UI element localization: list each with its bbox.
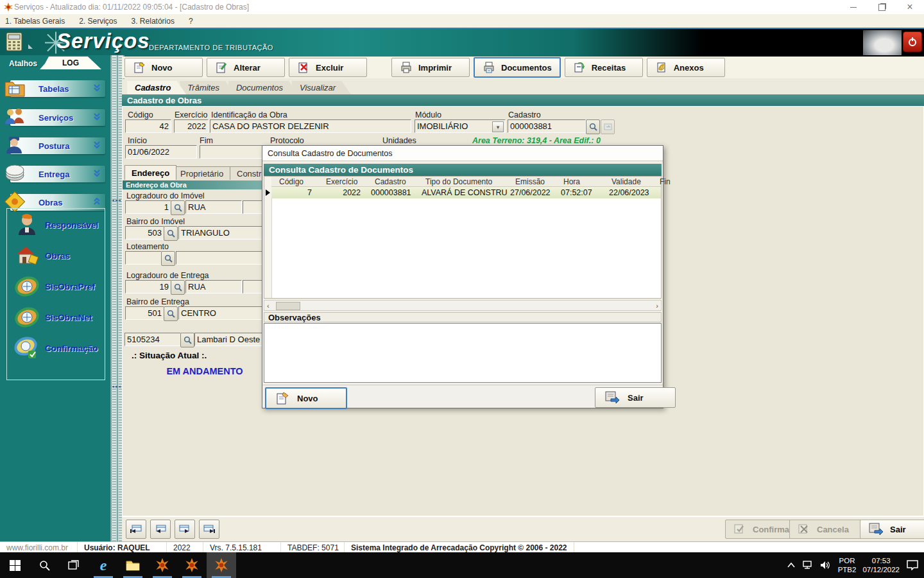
sidebar-item-confirmacao[interactable]: Confirmação [0,334,110,362]
novo-button[interactable]: Novo [124,58,203,77]
cidade-field[interactable]: Lambari D Oeste [194,333,264,346]
last-record-button[interactable] [199,520,219,539]
sidebar-item-sisobrapref[interactable]: SisObraPref [0,272,110,301]
scroll-left-icon[interactable]: ‹ [264,302,270,310]
sair-button[interactable]: Sair [860,520,924,539]
splitter-arrows-icon[interactable]: ◄► [111,385,116,389]
grid-cell-validade[interactable]: 22/06/2023 [604,187,652,198]
taskbar-ie-button[interactable]: e [89,552,118,578]
chevron-double-down-icon[interactable] [92,112,101,121]
logradouro-imovel-search-button[interactable] [171,200,185,215]
bairro-entrega-cod-field[interactable]: 501 [125,306,164,320]
task-view-button[interactable] [59,552,89,578]
taskbar-app1-button[interactable] [148,552,177,578]
language-indicator[interactable]: POR PTB2 [838,556,857,574]
tab-cadastro[interactable]: Cadastro [127,81,186,94]
sidebar-section-servicos[interactable]: Serviços [10,109,105,126]
bairro-entrega-field[interactable]: CENTRO [178,306,264,320]
bairro-entrega-search-button[interactable] [164,306,178,321]
confirma-button[interactable]: Confirma [725,520,800,539]
alterar-button[interactable]: Alterar [207,58,285,77]
taskbar-app2-button[interactable] [177,552,207,578]
clock[interactable]: 07:53 07/12/2022 [862,556,900,574]
grid-cell-emissao[interactable]: 27/06/2022 [508,187,556,198]
tab-tramites[interactable]: Trâmites [180,81,235,94]
cancela-button[interactable]: Cancela [789,520,868,539]
dialog-titlebar[interactable]: Consulta Cadastro de Documentos [262,146,663,161]
sidebar-section-tabelas[interactable]: Tabelas [10,80,105,97]
taskbar-app3-button-active[interactable] [207,552,236,578]
chevron-double-up-icon[interactable] [92,197,101,206]
collapse-arrow-icon[interactable] [28,44,33,49]
identificacao-field[interactable]: CASA DO PASTOR DELZENIR [210,119,411,133]
inicio-field[interactable]: 01/06/2022 [125,145,197,159]
cidade-search-button[interactable] [180,333,194,347]
scroll-right-icon[interactable]: › [656,302,661,310]
bairro-imovel-cod-field[interactable]: 503 [125,226,164,240]
taskbar-search-button[interactable] [30,552,59,578]
grid-cell-cadastro[interactable]: 000003881 [367,187,418,198]
chevron-double-down-icon[interactable] [92,169,101,178]
exercicio-field[interactable]: 2022 [174,119,209,133]
grid-horizontal-scrollbar[interactable]: ‹ › [264,300,662,311]
dialog-novo-button[interactable]: Novo [265,387,347,409]
codigo-field[interactable]: 42 [125,119,171,133]
column-header[interactable]: Exercício [318,177,367,187]
imprimir-button[interactable]: Imprimir [391,58,470,77]
column-header[interactable]: Hora [556,177,604,187]
documentos-button[interactable]: Documentos [474,57,561,78]
tab-documentos[interactable]: Documentos [228,81,298,94]
bairro-imovel-field[interactable]: TRIANGULO [178,226,264,240]
bairro-imovel-search-button[interactable] [164,226,178,241]
modulo-select[interactable]: IMOBILIÁRIO ▾ [415,119,506,133]
column-header[interactable]: Fin [652,177,661,187]
network-icon[interactable] [802,561,814,570]
logradouro-imovel-cod-field[interactable]: 1 [125,200,171,214]
loteamento-search-button[interactable] [161,251,175,266]
menu-tabelas-gerais[interactable]: 1. Tabelas Gerais [5,17,65,26]
sidebar-item-sisobranet[interactable]: SisObraNet [0,303,110,331]
scrollbar-thumb[interactable] [276,302,300,310]
observacoes-textarea[interactable] [264,323,662,383]
receitas-button[interactable]: Receitas [565,58,643,77]
grid-cell-codigo[interactable]: 7 [271,187,318,198]
grid-cell-tipo[interactable]: ALVARÁ DE CONSTRUÇ [418,187,508,198]
next-record-button[interactable] [175,520,195,539]
sidebar-section-postura[interactable]: Postura [10,137,105,154]
logradouro-entrega-cod-field[interactable]: 19 [125,280,171,293]
grid-cell-hora[interactable]: 07:52:07 [556,187,604,198]
power-button[interactable] [903,31,922,52]
anexos-button[interactable]: Anexos [647,58,725,77]
chevron-double-down-icon[interactable] [92,141,101,150]
sidebar-section-entrega[interactable]: Entrega [10,166,105,182]
chevron-down-icon[interactable]: ▾ [492,121,504,132]
cadastro-search-button[interactable] [586,119,600,134]
splitter-arrows-icon[interactable]: ◄► [111,198,116,202]
splitter-strip[interactable]: ◄► ◄► [112,55,117,543]
chevron-double-down-icon[interactable] [92,83,101,92]
close-button[interactable]: × [896,0,924,14]
grid-cell-exercicio[interactable]: 2022 [318,187,367,198]
fim-field[interactable] [200,145,264,159]
restore-button[interactable] [868,0,896,14]
minimize-button[interactable] [839,0,868,14]
prev-record-button[interactable] [150,520,171,539]
hidden-icons-chevron-icon[interactable] [787,562,796,568]
cadastro-goto-button[interactable] [601,119,615,134]
sidebar-log-tab[interactable]: LOG [40,57,101,69]
grid-cell-fin[interactable] [652,187,661,198]
column-header[interactable]: Código [271,177,318,187]
menu-relatorios[interactable]: 3. Relatórios [132,17,175,26]
cadastro-field[interactable]: 000003881 [508,119,586,133]
loteamento-cod-field[interactable] [125,251,162,265]
menu-servicos[interactable]: 2. Serviços [79,17,117,26]
subtab-endereco[interactable]: Endereço [124,165,176,180]
column-header[interactable]: Cadastro [367,177,418,187]
column-header[interactable]: Emissão [508,177,556,187]
column-header[interactable]: Validade [604,177,652,187]
sidebar-atalhos-label[interactable]: Atalhos [9,59,37,68]
logradouro-imovel-tipo-field[interactable]: RUA [185,200,242,214]
start-button[interactable] [0,552,30,578]
volume-icon[interactable] [820,561,832,570]
action-center-icon[interactable] [906,560,919,570]
